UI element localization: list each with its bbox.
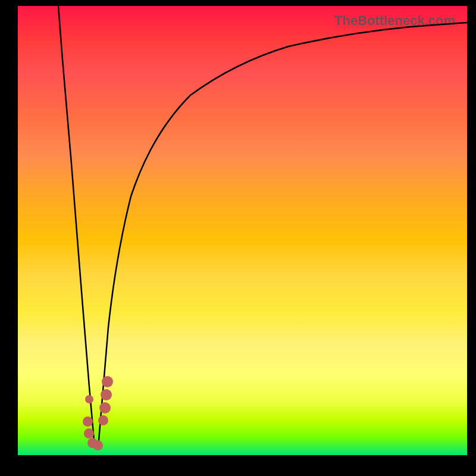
data-marker	[99, 402, 111, 414]
data-marker	[98, 415, 108, 425]
data-marker	[102, 376, 113, 387]
data-marker	[84, 428, 94, 439]
right-ascent-curve	[99, 23, 467, 440]
chart-container: TheBottleneck.com	[0, 0, 476, 476]
data-marker	[83, 416, 93, 427]
plot-area: TheBottleneck.com	[18, 6, 467, 455]
data-marker	[93, 440, 103, 450]
left-descent-curve	[58, 6, 94, 440]
curve-layer	[18, 6, 467, 455]
data-marker	[101, 389, 112, 400]
data-marker	[85, 395, 93, 403]
